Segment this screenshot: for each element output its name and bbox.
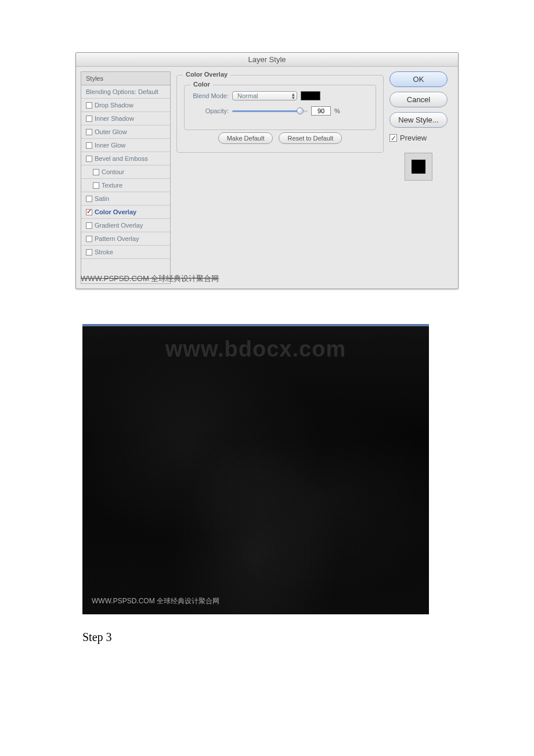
- style-checkbox[interactable]: [86, 156, 92, 162]
- style-item-label: Contour: [102, 168, 124, 175]
- style-item-stroke[interactable]: Stroke: [81, 246, 170, 259]
- styles-list: Styles Blending Options: DefaultDrop Sha…: [81, 71, 171, 284]
- preview-color: [412, 160, 425, 174]
- style-item-contour[interactable]: Contour: [81, 165, 170, 179]
- new-style-button[interactable]: New Style...: [389, 112, 448, 128]
- style-item-pattern-overlay[interactable]: Pattern Overlay: [81, 232, 170, 246]
- style-checkbox[interactable]: [93, 182, 99, 189]
- image-watermark: www.bdocx.com: [82, 337, 429, 362]
- style-checkbox[interactable]: [86, 116, 92, 122]
- result-preview: www.bdocx.com WWW.PSPSD.COM 全球经典设计聚合网: [82, 324, 429, 614]
- image-bottom-text: WWW.PSPSD.COM 全球经典设计聚合网: [92, 596, 219, 606]
- style-item-outer-glow[interactable]: Outer Glow: [81, 125, 170, 139]
- style-item-label: Color Overlay: [95, 208, 136, 215]
- opacity-slider[interactable]: [232, 110, 308, 112]
- style-checkbox[interactable]: [86, 236, 92, 242]
- style-item-label: Pattern Overlay: [95, 235, 139, 242]
- style-item-bevel-and-emboss[interactable]: Bevel and Emboss: [81, 152, 170, 165]
- style-item-label: Texture: [102, 182, 122, 189]
- style-item-label: Outer Glow: [95, 128, 127, 135]
- style-item-label: Gradient Overlay: [95, 222, 143, 229]
- style-checkbox[interactable]: [86, 142, 92, 149]
- style-checkbox[interactable]: [86, 129, 92, 135]
- style-checkbox[interactable]: [86, 102, 92, 109]
- style-item-inner-shadow[interactable]: Inner Shadow: [81, 112, 170, 125]
- blend-mode-label: Blend Mode:: [192, 92, 229, 99]
- opacity-label: Opacity:: [192, 107, 229, 114]
- style-item-color-overlay[interactable]: Color Overlay: [81, 206, 170, 219]
- overlay-color-swatch[interactable]: [301, 91, 320, 100]
- color-group-title: Color: [190, 81, 213, 88]
- style-item-label: Stroke: [95, 249, 113, 255]
- style-item-label: Satin: [95, 195, 109, 202]
- step-label: Step 3: [82, 631, 459, 644]
- style-item-drop-shadow[interactable]: Drop Shadow: [81, 99, 170, 112]
- style-checkbox[interactable]: [93, 169, 99, 175]
- style-item-gradient-overlay[interactable]: Gradient Overlay: [81, 219, 170, 232]
- style-item-label: Blending Options: Default: [86, 88, 158, 95]
- style-item-label: Inner Shadow: [95, 115, 134, 122]
- style-item-label: Bevel and Emboss: [95, 155, 148, 162]
- layer-style-dialog: Layer Style Styles Blending Options: Def…: [75, 52, 459, 289]
- opacity-unit: %: [334, 107, 340, 114]
- style-checkbox[interactable]: [86, 209, 92, 215]
- opacity-input[interactable]: [311, 106, 331, 116]
- style-item-inner-glow[interactable]: Inner Glow: [81, 139, 170, 152]
- style-item-label: Drop Shadow: [95, 102, 134, 109]
- dialog-watermark: WWW.PSPSD.COM 全球经典设计聚合网: [81, 273, 219, 284]
- fieldset-title: Color Overlay: [183, 71, 230, 78]
- style-item-texture[interactable]: Texture: [81, 179, 170, 192]
- style-checkbox[interactable]: [86, 196, 92, 202]
- slider-thumb-icon[interactable]: [297, 107, 304, 114]
- reset-default-button[interactable]: Reset to Default: [279, 132, 342, 144]
- ok-button[interactable]: OK: [389, 71, 448, 87]
- cancel-button[interactable]: Cancel: [389, 92, 448, 107]
- styles-header[interactable]: Styles: [81, 72, 170, 85]
- preview-label: Preview: [400, 134, 427, 142]
- color-overlay-panel: Color Overlay Color Blend Mode: Normal ▴…: [171, 71, 389, 284]
- style-checkbox[interactable]: [86, 222, 92, 229]
- dialog-title: Layer Style: [76, 53, 458, 67]
- select-arrows-icon: ▴▾: [292, 92, 295, 99]
- make-default-button[interactable]: Make Default: [218, 132, 273, 144]
- preview-swatch: [405, 153, 432, 181]
- style-item-satin[interactable]: Satin: [81, 192, 170, 206]
- style-item-blending-options-default[interactable]: Blending Options: Default: [81, 85, 170, 99]
- style-item-label: Inner Glow: [95, 142, 125, 149]
- style-checkbox[interactable]: [86, 249, 92, 255]
- blend-mode-select[interactable]: Normal ▴▾: [232, 91, 297, 100]
- preview-checkbox[interactable]: ✓: [389, 134, 397, 142]
